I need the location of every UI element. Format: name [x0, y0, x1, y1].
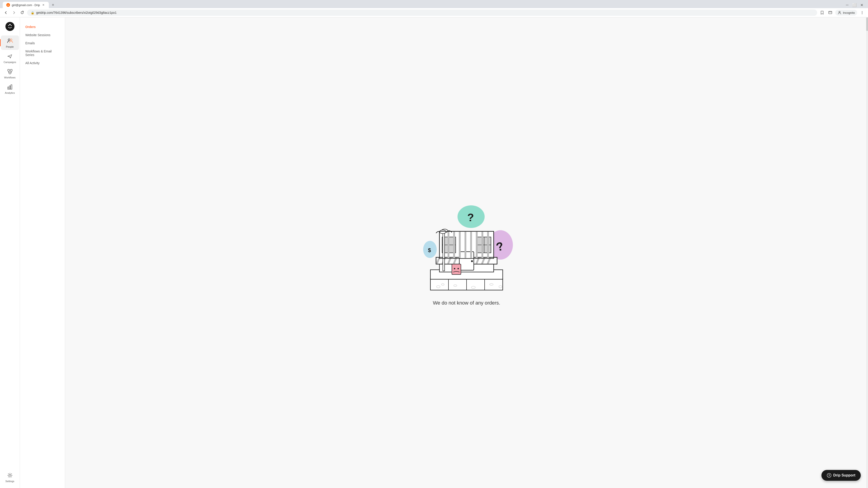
sidebar-campaigns-label: Campaigns — [4, 61, 16, 64]
svg-point-57 — [471, 260, 473, 262]
tab-favicon: D — [6, 3, 10, 7]
sub-nav-all-activity[interactable]: All Activity — [20, 59, 65, 67]
svg-point-10 — [9, 24, 11, 25]
incognito-label: Incognito — [843, 11, 855, 14]
minimize-button[interactable]: ─ — [844, 2, 850, 8]
empty-orders-illustration: ? ? $ — [403, 200, 530, 295]
empty-state: ? ? $ — [394, 191, 539, 315]
app-container: People Campaigns W — [0, 18, 868, 488]
sidebar-item-analytics[interactable]: Analytics — [1, 82, 19, 96]
svg-text:D: D — [7, 4, 9, 6]
url-text: getdrip.com/7641396/subscribers/xi2otg02… — [36, 11, 813, 14]
svg-point-12 — [10, 39, 12, 41]
empty-state-message: We do not know of any orders. — [433, 300, 500, 306]
incognito-button[interactable]: Incognito — [835, 10, 857, 15]
sub-nav-workflows-email-series[interactable]: Workflows & Email Series — [20, 47, 65, 59]
svg-rect-15 — [9, 72, 11, 74]
tab-close-button[interactable]: ✕ — [41, 3, 45, 7]
svg-rect-61 — [443, 230, 445, 271]
browser-titlebar: D girl@gmail.com · Drip ✕ + ─ ⬜ ✕ — [0, 0, 868, 8]
svg-point-4 — [862, 11, 863, 12]
svg-rect-58 — [452, 264, 461, 274]
sidebar-item-campaigns[interactable]: Campaigns — [1, 51, 19, 65]
svg-text:?: ? — [467, 212, 474, 223]
support-icon: ? — [827, 473, 831, 478]
drip-logo[interactable] — [4, 21, 16, 32]
svg-rect-14 — [10, 69, 12, 71]
browser-tab[interactable]: D girl@gmail.com · Drip ✕ — [3, 2, 49, 8]
main-content: ? ? $ — [65, 18, 868, 488]
sidebar-people-label: People — [6, 45, 13, 48]
sidebar-analytics-label: Analytics — [5, 92, 15, 94]
svg-point-7 — [5, 22, 14, 31]
back-button[interactable] — [3, 9, 9, 16]
svg-rect-13 — [8, 69, 9, 71]
svg-point-59 — [454, 268, 455, 269]
svg-text:$: $ — [428, 247, 431, 253]
svg-rect-18 — [11, 85, 12, 89]
svg-point-19 — [9, 475, 11, 476]
people-icon — [6, 37, 13, 44]
workflows-icon — [6, 68, 13, 75]
browser-toolbar: 🔒 getdrip.com/7641396/subscribers/xi2otg… — [0, 8, 868, 18]
svg-point-8 — [8, 25, 9, 26]
bookmark-icon[interactable] — [819, 9, 825, 16]
tab-title: girl@gmail.com · Drip — [12, 3, 40, 7]
sidebar: People Campaigns W — [0, 18, 20, 488]
browser-chrome: D girl@gmail.com · Drip ✕ + ─ ⬜ ✕ 🔒 getd… — [0, 0, 868, 18]
active-nav-indicator — [0, 39, 1, 46]
maximize-button[interactable]: ⬜ — [852, 2, 857, 8]
svg-point-6 — [862, 13, 863, 14]
analytics-icon — [6, 84, 13, 91]
support-button-label: Drip Support — [833, 473, 855, 477]
sub-nav-website-sessions[interactable]: Website Sessions — [20, 31, 65, 39]
svg-point-11 — [8, 39, 10, 41]
sidebar-workflows-label: Workflows — [4, 76, 16, 79]
scrollbar-track[interactable] — [866, 18, 868, 488]
new-tab-button[interactable]: + — [50, 2, 56, 8]
sub-nav-orders[interactable]: Orders — [20, 23, 65, 31]
toolbar-actions: Incognito — [819, 9, 865, 16]
menu-icon[interactable] — [859, 9, 865, 16]
svg-rect-16 — [8, 87, 9, 89]
scrollbar-thumb[interactable] — [866, 18, 868, 31]
settings-icon — [6, 472, 13, 479]
svg-point-9 — [11, 25, 12, 26]
svg-text:?: ? — [828, 474, 830, 477]
svg-point-5 — [862, 12, 863, 13]
forward-button[interactable] — [11, 9, 17, 16]
lock-icon: 🔒 — [31, 11, 34, 14]
sub-nav: Orders Website Sessions Emails Workflows… — [20, 18, 65, 488]
campaigns-icon — [6, 53, 13, 60]
reload-button[interactable] — [19, 9, 25, 16]
svg-point-63 — [440, 230, 446, 234]
close-window-button[interactable]: ✕ — [859, 2, 864, 8]
svg-point-3 — [839, 11, 840, 13]
drip-support-button[interactable]: ? Drip Support — [822, 470, 861, 481]
sidebar-settings-label: Settings — [5, 480, 14, 483]
sidebar-item-settings[interactable]: Settings — [1, 470, 19, 484]
address-bar[interactable]: 🔒 getdrip.com/7641396/subscribers/xi2otg… — [27, 9, 817, 16]
sub-nav-emails[interactable]: Emails — [20, 39, 65, 47]
tab-bar: D girl@gmail.com · Drip ✕ + — [3, 2, 56, 8]
sidebar-item-workflows[interactable]: Workflows — [1, 66, 19, 80]
profile-window-icon[interactable] — [827, 9, 833, 16]
sidebar-item-people[interactable]: People — [1, 35, 19, 50]
svg-point-60 — [458, 268, 459, 269]
svg-rect-17 — [9, 86, 10, 89]
svg-rect-2 — [829, 11, 832, 14]
